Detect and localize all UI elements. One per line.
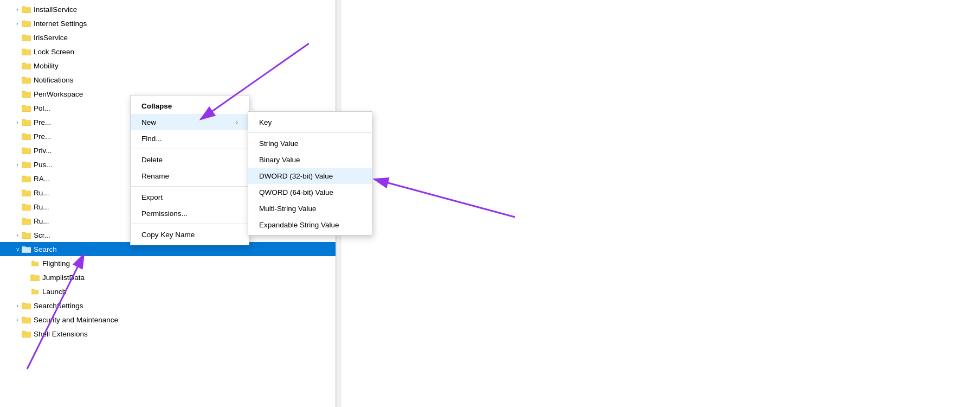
folder-icon bbox=[30, 258, 40, 268]
folder-icon-search bbox=[22, 244, 31, 254]
tree-item-label: Mobility bbox=[34, 62, 336, 70]
svg-rect-2 bbox=[22, 8, 31, 13]
menu-item-permissions[interactable]: Permissions... bbox=[131, 205, 249, 221]
folder-icon bbox=[22, 117, 31, 127]
folder-icon bbox=[22, 75, 31, 85]
folder-icon bbox=[30, 272, 40, 282]
submenu-item-key[interactable]: Key bbox=[248, 114, 372, 130]
menu-item-permissions-label: Permissions... bbox=[141, 209, 188, 218]
tree-item-label: IrisService bbox=[34, 34, 336, 42]
submenu-item-dword-value-label: DWORD (32-bit) Value bbox=[259, 172, 333, 180]
expand-icon-empty: › bbox=[13, 47, 22, 56]
folder-icon bbox=[22, 174, 31, 183]
tree-item-internet-settings[interactable]: › Internet Settings bbox=[0, 16, 336, 30]
menu-item-collapse[interactable]: Collapse bbox=[131, 98, 249, 114]
svg-rect-20 bbox=[22, 92, 31, 98]
tree-item-label: SearchSettings bbox=[34, 302, 336, 310]
right-panel bbox=[341, 0, 980, 407]
menu-item-collapse-label: Collapse bbox=[141, 102, 172, 110]
menu-item-rename[interactable]: Rename bbox=[131, 168, 249, 184]
folder-icon bbox=[22, 103, 31, 113]
folder-icon bbox=[22, 230, 31, 240]
expand-icon: › bbox=[13, 118, 22, 126]
submenu-item-multi-string[interactable]: Multi-String Value bbox=[248, 200, 372, 217]
svg-rect-14 bbox=[22, 64, 31, 69]
folder-icon bbox=[22, 329, 31, 339]
svg-rect-32 bbox=[22, 149, 31, 154]
folder-icon bbox=[22, 216, 31, 226]
expand-icon-empty: › bbox=[13, 188, 22, 197]
svg-rect-29 bbox=[22, 135, 31, 140]
tree-item-label-installservice: InstallService bbox=[34, 5, 336, 14]
expand-icon: ∨ bbox=[13, 245, 22, 253]
menu-item-new[interactable]: New › bbox=[131, 114, 249, 130]
tree-item-installservice[interactable]: › InstallService bbox=[0, 2, 336, 16]
expand-icon-empty: › bbox=[13, 202, 22, 211]
svg-rect-68 bbox=[22, 318, 31, 323]
tree-item-jumplistdata[interactable]: › JumplistData bbox=[0, 270, 336, 284]
tree-item-shell-extensions[interactable]: › Shell Extensions bbox=[0, 327, 336, 341]
tree-item-notifications[interactable]: › Notifications bbox=[0, 73, 336, 87]
tree-item-security-maintenance[interactable]: › Security and Maintenance bbox=[0, 313, 336, 327]
menu-item-rename-label: Rename bbox=[141, 172, 169, 180]
folder-icon bbox=[22, 315, 31, 325]
expand-icon-empty: › bbox=[13, 174, 22, 183]
submenu[interactable]: Key String Value Binary Value DWORD (32-… bbox=[248, 111, 372, 236]
submenu-item-key-label: Key bbox=[259, 118, 272, 126]
folder-icon bbox=[22, 89, 31, 99]
primary-context-menu[interactable]: Collapse New › Find... Delete Rename Exp… bbox=[130, 95, 249, 245]
svg-rect-41 bbox=[22, 191, 31, 196]
tree-item-label: Launch bbox=[42, 288, 336, 296]
main-container: › InstallService › Internet Settings bbox=[0, 0, 980, 407]
svg-rect-38 bbox=[22, 177, 31, 182]
tree-item-label: Lock Screen bbox=[34, 48, 336, 56]
submenu-item-string-value[interactable]: String Value bbox=[248, 135, 372, 151]
submenu-item-qword-value-label: QWORD (64-bit) Value bbox=[259, 188, 333, 196]
expand-icon-empty: › bbox=[13, 104, 22, 112]
folder-icon bbox=[30, 287, 40, 296]
expand-icon-empty: › bbox=[22, 259, 30, 268]
submenu-item-dword-value[interactable]: DWORD (32-bit) Value bbox=[248, 168, 372, 184]
submenu-item-multi-string-label: Multi-String Value bbox=[259, 205, 317, 213]
svg-rect-23 bbox=[22, 106, 31, 112]
menu-item-export[interactable]: Export bbox=[131, 189, 249, 205]
tree-item-label-search: Search bbox=[34, 245, 336, 253]
expand-icon-empty: › bbox=[13, 132, 22, 141]
menu-separator-3 bbox=[131, 224, 249, 224]
tree-item-label: Shell Extensions bbox=[34, 330, 336, 338]
folder-icon bbox=[22, 301, 31, 310]
svg-rect-62 bbox=[31, 290, 38, 294]
menu-item-copy-key-name[interactable]: Copy Key Name bbox=[131, 226, 249, 243]
expand-icon: › bbox=[13, 231, 22, 239]
tree-item-irisservice[interactable]: › IrisService bbox=[0, 30, 336, 44]
svg-rect-8 bbox=[22, 36, 31, 41]
menu-item-copy-key-name-label: Copy Key Name bbox=[141, 231, 195, 239]
svg-rect-26 bbox=[22, 120, 31, 126]
menu-item-export-label: Export bbox=[141, 193, 163, 201]
expand-icon-empty: › bbox=[13, 33, 22, 42]
tree-item-flighting[interactable]: › Flighting bbox=[0, 256, 336, 270]
tree-item-lock-screen[interactable]: › Lock Screen bbox=[0, 44, 336, 59]
tree-item-launch[interactable]: › Launch bbox=[0, 284, 336, 298]
svg-rect-71 bbox=[22, 332, 31, 338]
tree-item-label: Notifications bbox=[34, 76, 336, 84]
expand-icon-empty: › bbox=[13, 90, 22, 98]
submenu-item-binary-value[interactable]: Binary Value bbox=[248, 151, 372, 168]
expand-icon: › bbox=[13, 301, 22, 310]
svg-rect-59 bbox=[30, 276, 40, 281]
expand-icon-empty: › bbox=[13, 61, 22, 70]
menu-item-new-label: New bbox=[141, 118, 156, 126]
folder-icon bbox=[22, 47, 31, 56]
svg-rect-47 bbox=[22, 219, 31, 225]
expand-icon: › bbox=[13, 5, 22, 14]
tree-item-mobility[interactable]: › Mobility bbox=[0, 59, 336, 73]
folder-icon bbox=[22, 202, 31, 212]
submenu-item-qword-value[interactable]: QWORD (64-bit) Value bbox=[248, 184, 372, 200]
menu-item-delete[interactable]: Delete bbox=[131, 151, 249, 168]
menu-item-find[interactable]: Find... bbox=[131, 130, 249, 147]
tree-item-label: Security and Maintenance bbox=[34, 316, 336, 324]
tree-item-searchsettings[interactable]: › SearchSettings bbox=[0, 298, 336, 313]
folder-icon bbox=[22, 188, 31, 198]
svg-rect-56 bbox=[31, 262, 38, 265]
submenu-item-expandable-string[interactable]: Expandable String Value bbox=[248, 217, 372, 233]
